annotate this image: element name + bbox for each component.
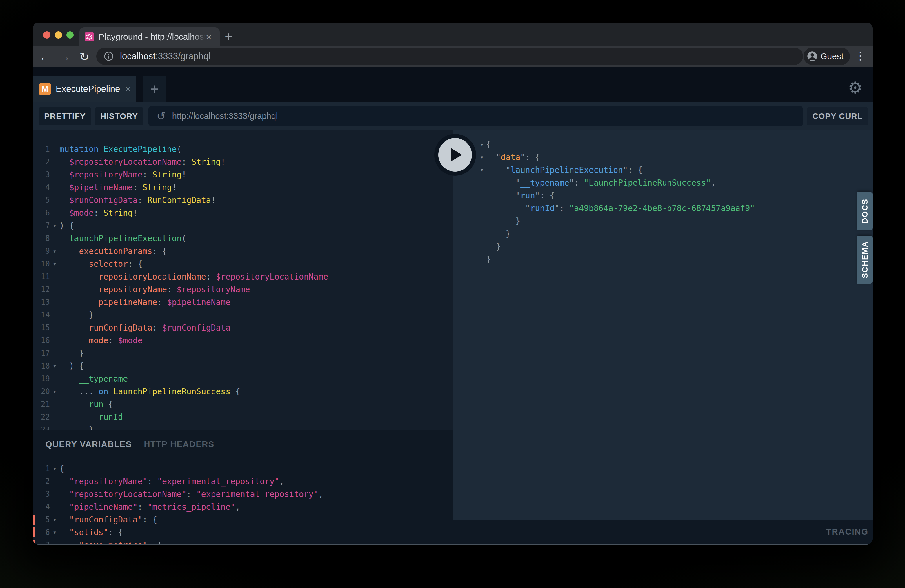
code-line: ▾ "launchPipelineExecution": { (478, 164, 873, 176)
code-token: , (711, 178, 716, 188)
code-line: 13 pipelineName: $pipelineName (33, 296, 453, 308)
code-line: 21 run { (33, 398, 453, 410)
tab-query-variables[interactable]: QUERY VARIABLES (46, 440, 132, 449)
code-line: 14 } (33, 308, 453, 321)
fold-toggle-icon[interactable]: ▾ (50, 529, 59, 536)
code-token: __typename (79, 374, 128, 384)
code-token: { (230, 387, 240, 396)
code-line: 2 "repositoryName": "experimental_reposi… (33, 475, 453, 488)
code-line: 20▾ ... on LaunchPipelineRunSuccess { (33, 385, 453, 398)
code-token: ! (211, 195, 216, 205)
traffic-minimize-button[interactable] (55, 31, 62, 38)
code-token (59, 489, 69, 499)
browser-tab-close-icon[interactable]: × (206, 32, 212, 42)
line-number: 1 (33, 145, 50, 153)
back-icon[interactable]: ← (33, 51, 57, 63)
execute-query-button[interactable] (434, 134, 476, 176)
reload-icon[interactable]: ↻ (72, 51, 97, 63)
fold-toggle-icon[interactable]: ▾ (478, 141, 486, 148)
query-editor-code: 1mutation ExecutePipeline(2 $repositoryL… (33, 143, 453, 430)
code-token: $repositoryLocationName (216, 272, 328, 281)
code-token: } (506, 229, 510, 238)
prettify-button[interactable]: PRETTIFY (38, 107, 91, 125)
line-number: 9 (33, 247, 50, 256)
code-token: : (186, 489, 196, 499)
line-number: 13 (33, 298, 50, 307)
fold-toggle-icon[interactable]: ▾ (478, 154, 486, 161)
address-bar[interactable]: localhost:3333/graphql (96, 48, 803, 65)
fold-toggle-icon[interactable]: ▾ (50, 261, 59, 267)
new-tab-button[interactable]: + (225, 31, 232, 42)
line-number: 11 (33, 272, 50, 281)
code-line: 3 $repositoryName: String! (33, 168, 453, 181)
line-number: 20 (33, 387, 50, 396)
response-footer: TRACING (453, 520, 873, 544)
code-token (108, 387, 113, 396)
fold-toggle-icon[interactable]: ▾ (50, 362, 59, 369)
schema-side-tab[interactable]: SCHEMA (857, 236, 873, 284)
tracing-toggle[interactable]: TRACING (826, 527, 868, 537)
fold-toggle-icon[interactable]: ▾ (50, 248, 59, 254)
fold-toggle-icon[interactable]: ▾ (478, 167, 486, 173)
code-line: 6▾ "solids": { (33, 526, 453, 539)
history-button[interactable]: HISTORY (95, 107, 143, 125)
endpoint-input[interactable]: ↺ http://localhost:3333/graphql (148, 106, 803, 126)
code-token: $runConfigData (69, 195, 138, 205)
tab-http-headers[interactable]: HTTP HEADERS (144, 440, 214, 449)
browser-window: Playground - http://localhost:3 × + ← → … (33, 22, 873, 545)
code-token: { (59, 464, 64, 474)
code-line: 15 runConfigData: $runConfigData (33, 321, 453, 334)
graphql-favicon-icon (85, 32, 94, 41)
line-number: 19 (33, 374, 50, 383)
endpoint-history-icon[interactable]: ↺ (157, 111, 166, 122)
code-token: launchPipelineExecution (510, 165, 623, 175)
add-session-tab-button[interactable]: + (143, 76, 167, 102)
code-token (59, 234, 69, 243)
traffic-close-button[interactable] (43, 31, 51, 38)
code-token (59, 502, 69, 512)
line-number: 5 (33, 196, 50, 204)
code-token: } (79, 348, 84, 358)
code-line: ▾ "data": { (478, 151, 873, 164)
forward-icon[interactable]: → (57, 51, 72, 63)
code-token: "a49b864a-79e2-4be8-b78c-687457a9aaf9" (569, 203, 755, 213)
settings-gear-icon[interactable]: ⚙ (848, 78, 862, 97)
desktop-background: Playground - http://localhost:3 × + ← → … (0, 0, 905, 588)
code-token: ExecutePipeline (103, 145, 177, 154)
fold-toggle-icon[interactable]: ▾ (50, 388, 59, 395)
guest-avatar-icon (807, 51, 818, 62)
code-line: 12 repositoryName: $repositoryName (33, 283, 453, 296)
code-token: } (89, 310, 94, 320)
code-token (486, 242, 496, 251)
fold-toggle-icon[interactable]: ▾ (50, 516, 59, 523)
fold-toggle-icon[interactable]: ▾ (50, 465, 59, 472)
code-token: : (147, 477, 157, 486)
profile-chip[interactable]: Guest (803, 48, 850, 65)
site-info-icon[interactable] (104, 51, 114, 61)
code-line: 19 __typename (33, 372, 453, 385)
browser-menu-icon[interactable]: ⋮ (855, 49, 866, 62)
code-line: 23 } (33, 423, 453, 430)
code-token: ": { (520, 153, 540, 162)
line-number: 15 (33, 323, 50, 332)
code-token (59, 477, 69, 486)
query-editor-pane[interactable]: 1mutation ExecutePipeline(2 $repositoryL… (33, 130, 453, 430)
copy-curl-button[interactable]: COPY CURL (807, 107, 868, 125)
code-token (59, 285, 98, 294)
session-tab-close-icon[interactable]: × (125, 84, 131, 95)
code-line: 9▾ executionParams: { (33, 245, 453, 257)
docs-side-tab[interactable]: DOCS (857, 192, 873, 230)
code-token: $mode (118, 336, 142, 345)
code-token: ! (181, 170, 186, 180)
code-token: : { (152, 246, 167, 256)
code-token (59, 208, 69, 218)
traffic-zoom-button[interactable] (67, 31, 74, 38)
browser-tab[interactable]: Playground - http://localhost:3 × (79, 27, 220, 46)
code-token: " (525, 203, 530, 213)
code-token: "experimental_repository" (157, 477, 279, 486)
code-token: : (108, 336, 118, 345)
code-token: "repositoryName" (69, 477, 148, 486)
playground-session-tab[interactable]: M ExecutePipeline × (33, 76, 136, 102)
address-host: localhost (120, 51, 156, 62)
fold-toggle-icon[interactable]: ▾ (50, 222, 59, 229)
